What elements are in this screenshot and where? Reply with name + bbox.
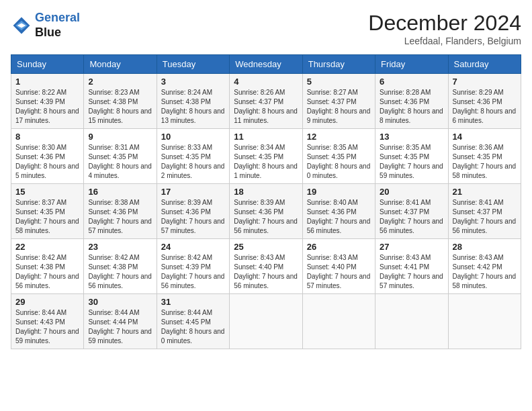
day-info: Sunrise: 8:35 AM Sunset: 4:35 PM Dayligh… [307,143,371,181]
header-friday: Friday [375,55,448,74]
month-title: December 2024 [368,11,521,36]
day-number: 18 [234,187,298,197]
day-number: 24 [161,242,225,252]
day-info: Sunrise: 8:39 AM Sunset: 4:36 PM Dayligh… [234,198,298,236]
day-number: 9 [88,132,152,142]
day-info: Sunrise: 8:23 AM Sunset: 4:38 PM Dayligh… [88,88,152,126]
day-info: Sunrise: 8:24 AM Sunset: 4:38 PM Dayligh… [161,88,225,126]
header-monday: Monday [84,55,157,74]
calendar-cell: 23Sunrise: 8:42 AM Sunset: 4:38 PM Dayli… [84,239,157,294]
day-info: Sunrise: 8:33 AM Sunset: 4:35 PM Dayligh… [161,143,225,181]
day-info: Sunrise: 8:29 AM Sunset: 4:36 PM Dayligh… [453,88,517,126]
calendar-cell: 8Sunrise: 8:30 AM Sunset: 4:36 PM Daylig… [11,129,84,184]
day-info: Sunrise: 8:43 AM Sunset: 4:41 PM Dayligh… [380,253,443,291]
calendar-cell: 30Sunrise: 8:44 AM Sunset: 4:44 PM Dayli… [84,294,157,349]
day-info: Sunrise: 8:22 AM Sunset: 4:39 PM Dayligh… [15,88,79,126]
calendar-cell: 15Sunrise: 8:37 AM Sunset: 4:35 PM Dayli… [11,184,84,239]
day-number: 22 [15,242,79,252]
day-number: 11 [234,132,298,142]
day-info: Sunrise: 8:38 AM Sunset: 4:36 PM Dayligh… [88,198,152,236]
calendar-cell: 12Sunrise: 8:35 AM Sunset: 4:35 PM Dayli… [302,129,375,184]
day-info: Sunrise: 8:44 AM Sunset: 4:45 PM Dayligh… [161,308,225,346]
day-info: Sunrise: 8:39 AM Sunset: 4:36 PM Dayligh… [161,198,225,236]
day-info: Sunrise: 8:37 AM Sunset: 4:35 PM Dayligh… [15,198,79,236]
calendar-cell: 13Sunrise: 8:35 AM Sunset: 4:35 PM Dayli… [375,129,448,184]
day-info: Sunrise: 8:42 AM Sunset: 4:38 PM Dayligh… [88,253,152,291]
header-saturday: Saturday [448,55,521,74]
day-number: 21 [453,187,517,197]
day-info: Sunrise: 8:26 AM Sunset: 4:37 PM Dayligh… [234,88,298,126]
day-number: 26 [307,242,371,252]
day-number: 31 [161,297,225,307]
calendar-cell: 14Sunrise: 8:36 AM Sunset: 4:35 PM Dayli… [448,129,521,184]
calendar-cell: 18Sunrise: 8:39 AM Sunset: 4:36 PM Dayli… [230,184,302,239]
page-header: General Blue December 2024 Leefdaal, Fla… [11,11,521,46]
logo-icon [11,15,32,36]
calendar-cell [375,294,448,349]
day-number: 25 [234,242,298,252]
calendar-cell [230,294,302,349]
calendar-cell: 5Sunrise: 8:27 AM Sunset: 4:37 PM Daylig… [302,74,375,129]
calendar-cell: 11Sunrise: 8:34 AM Sunset: 4:35 PM Dayli… [230,129,302,184]
day-info: Sunrise: 8:43 AM Sunset: 4:40 PM Dayligh… [234,253,298,291]
calendar-table: SundayMondayTuesdayWednesdayThursdayFrid… [11,54,521,349]
calendar-cell: 26Sunrise: 8:43 AM Sunset: 4:40 PM Dayli… [302,239,375,294]
day-number: 14 [453,132,517,142]
day-info: Sunrise: 8:41 AM Sunset: 4:37 PM Dayligh… [380,198,443,236]
day-number: 3 [161,77,225,87]
calendar-cell: 7Sunrise: 8:29 AM Sunset: 4:36 PM Daylig… [448,74,521,129]
calendar-cell [448,294,521,349]
day-info: Sunrise: 8:28 AM Sunset: 4:36 PM Dayligh… [380,88,443,126]
day-number: 8 [15,132,79,142]
day-info: Sunrise: 8:43 AM Sunset: 4:42 PM Dayligh… [453,253,517,291]
day-number: 17 [161,187,225,197]
day-info: Sunrise: 8:30 AM Sunset: 4:36 PM Dayligh… [15,143,79,181]
calendar-cell: 29Sunrise: 8:44 AM Sunset: 4:43 PM Dayli… [11,294,84,349]
calendar-cell: 19Sunrise: 8:40 AM Sunset: 4:36 PM Dayli… [302,184,375,239]
day-number: 27 [380,242,443,252]
day-info: Sunrise: 8:34 AM Sunset: 4:35 PM Dayligh… [234,143,298,181]
day-info: Sunrise: 8:42 AM Sunset: 4:39 PM Dayligh… [161,253,225,291]
day-info: Sunrise: 8:44 AM Sunset: 4:44 PM Dayligh… [88,308,152,346]
logo: General Blue [11,11,80,40]
day-number: 15 [15,187,79,197]
day-info: Sunrise: 8:35 AM Sunset: 4:35 PM Dayligh… [380,143,443,181]
calendar-cell: 3Sunrise: 8:24 AM Sunset: 4:38 PM Daylig… [157,74,229,129]
day-number: 29 [15,297,79,307]
header-tuesday: Tuesday [157,55,229,74]
calendar-cell: 4Sunrise: 8:26 AM Sunset: 4:37 PM Daylig… [230,74,302,129]
calendar-week-2: 8Sunrise: 8:30 AM Sunset: 4:36 PM Daylig… [11,129,521,184]
day-info: Sunrise: 8:41 AM Sunset: 4:37 PM Dayligh… [453,198,517,236]
calendar-cell [302,294,375,349]
day-info: Sunrise: 8:31 AM Sunset: 4:35 PM Dayligh… [88,143,152,181]
calendar-cell: 31Sunrise: 8:44 AM Sunset: 4:45 PM Dayli… [157,294,229,349]
day-number: 16 [88,187,152,197]
day-number: 30 [88,297,152,307]
title-block: December 2024 Leefdaal, Flanders, Belgiu… [368,11,521,46]
calendar-week-5: 29Sunrise: 8:44 AM Sunset: 4:43 PM Dayli… [11,294,521,349]
day-info: Sunrise: 8:36 AM Sunset: 4:35 PM Dayligh… [453,143,517,181]
day-number: 2 [88,77,152,87]
day-number: 4 [234,77,298,87]
day-number: 13 [380,132,443,142]
header-sunday: Sunday [11,55,84,74]
calendar-cell: 24Sunrise: 8:42 AM Sunset: 4:39 PM Dayli… [157,239,229,294]
day-number: 28 [453,242,517,252]
calendar-cell: 20Sunrise: 8:41 AM Sunset: 4:37 PM Dayli… [375,184,448,239]
calendar-header-row: SundayMondayTuesdayWednesdayThursdayFrid… [11,55,521,74]
calendar-week-1: 1Sunrise: 8:22 AM Sunset: 4:39 PM Daylig… [11,74,521,129]
calendar-cell: 28Sunrise: 8:43 AM Sunset: 4:42 PM Dayli… [448,239,521,294]
header-wednesday: Wednesday [230,55,302,74]
day-number: 7 [453,77,517,87]
logo-text: General Blue [35,11,80,40]
calendar-cell: 2Sunrise: 8:23 AM Sunset: 4:38 PM Daylig… [84,74,157,129]
day-info: Sunrise: 8:44 AM Sunset: 4:43 PM Dayligh… [15,308,79,346]
calendar-week-4: 22Sunrise: 8:42 AM Sunset: 4:38 PM Dayli… [11,239,521,294]
calendar-cell: 22Sunrise: 8:42 AM Sunset: 4:38 PM Dayli… [11,239,84,294]
calendar-cell: 21Sunrise: 8:41 AM Sunset: 4:37 PM Dayli… [448,184,521,239]
calendar-cell: 17Sunrise: 8:39 AM Sunset: 4:36 PM Dayli… [157,184,229,239]
day-info: Sunrise: 8:40 AM Sunset: 4:36 PM Dayligh… [307,198,371,236]
day-info: Sunrise: 8:42 AM Sunset: 4:38 PM Dayligh… [15,253,79,291]
day-number: 12 [307,132,371,142]
day-number: 6 [380,77,443,87]
